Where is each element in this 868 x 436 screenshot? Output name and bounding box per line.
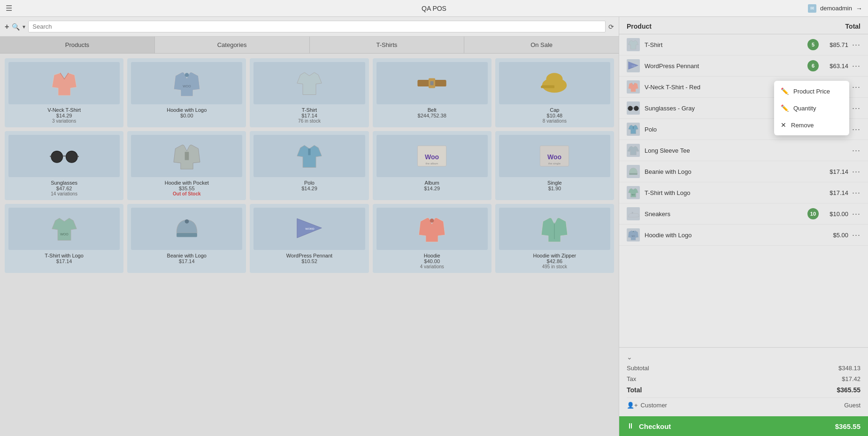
product-card[interactable]: Polo $14.29	[250, 131, 369, 200]
product-card[interactable]: Hoodie with Zipper $42.86 495 in stock	[495, 204, 614, 273]
cart-item-thumb	[627, 123, 640, 136]
tab-products[interactable]: Products	[0, 37, 155, 53]
product-name: Belt	[428, 107, 437, 113]
cart-item-thumb	[627, 101, 640, 115]
cart-footer-toggle[interactable]: ⌄	[627, 351, 860, 363]
product-card[interactable]: Cap $10.48 8 variations	[495, 58, 614, 127]
add-product-button[interactable]: +	[5, 23, 9, 31]
cart-footer: ⌄ Subtotal $348.13 Tax $17.42 Total $365…	[619, 347, 868, 416]
main-layout: + 🔍 ▾ ⟳ Products Categories T-Shirts On …	[0, 17, 868, 436]
cart-item-more-button[interactable]: ···	[852, 230, 860, 240]
checkout-amount: $365.55	[835, 422, 860, 430]
product-name: Polo	[304, 180, 315, 186]
product-name: WordPress Pennant	[286, 253, 332, 258]
hamburger-icon[interactable]: ☰	[6, 4, 12, 12]
svg-text:WOO: WOO	[632, 235, 636, 237]
product-meta: 3 variations	[52, 118, 76, 124]
subtotal-row: Subtotal $348.13	[627, 363, 860, 374]
product-thumb: WOO	[131, 62, 242, 104]
product-card[interactable]: WORD WordPress Pennant $10.52	[250, 204, 369, 273]
product-card[interactable]: Hoodie $40.00 4 variations	[373, 204, 492, 273]
tax-value: $17.42	[842, 375, 860, 382]
product-name: T-Shirt	[302, 107, 317, 113]
cart-item-name: Beanie with Logo	[645, 168, 807, 175]
cart-item-more-button[interactable]: ···	[852, 146, 860, 156]
logout-icon[interactable]: →	[856, 5, 862, 12]
cart-item-thumb: WOO	[627, 228, 640, 241]
total-row: Total $365.55	[627, 384, 860, 396]
tab-on-sale[interactable]: On Sale	[464, 37, 619, 53]
cart-item-price: $17.14	[822, 189, 848, 196]
cart-item-thumb	[627, 38, 640, 51]
username-label: demoadmin	[820, 5, 852, 12]
cart-item: WORD WordPress Pennant 6 $63.14 ···	[619, 55, 868, 77]
product-price: $17.14	[56, 258, 72, 264]
cart-item-price: $17.14	[822, 168, 848, 175]
cart-item-more-button[interactable]: ···	[852, 188, 860, 198]
cart-item-thumb: WOO	[627, 186, 640, 199]
customer-label[interactable]: 👤+ Customer	[627, 402, 667, 409]
product-name: Hoodie with Zipper	[533, 253, 576, 258]
product-meta: 4 variations	[420, 264, 444, 269]
search-chevron-icon[interactable]: ▾	[23, 23, 25, 30]
product-card[interactable]: Beanie with Logo $17.14	[127, 204, 246, 273]
checkout-bar[interactable]: ⏸ Checkout $365.55	[619, 416, 868, 436]
chevron-down-icon[interactable]: ⌄	[627, 353, 632, 361]
context-menu-quantity[interactable]: ✏️ Quantity	[774, 100, 849, 117]
cart-item-name: T-Shirt with Logo	[645, 189, 807, 196]
context-menu-product-price[interactable]: ✏️ Product Price	[774, 83, 849, 100]
right-panel: Product Total T-Shirt 5 $85.71 ··· WORD …	[619, 17, 868, 436]
product-card[interactable]: Hoodie with Pocket $35.55 Out of Stock	[127, 131, 246, 200]
product-price: $1.90	[548, 186, 561, 191]
search-bar: + 🔍 ▾ ⟳	[0, 17, 619, 37]
product-price: $0.00	[180, 113, 193, 118]
cart-item-more-button[interactable]: ···	[852, 103, 860, 113]
cart-item: Beanie with Logo $17.14 ···	[619, 161, 868, 182]
svg-rect-12	[184, 152, 189, 160]
tab-categories[interactable]: Categories	[155, 37, 310, 53]
cart-item-more-button[interactable]: ···	[852, 125, 860, 134]
product-card[interactable]: V-Neck T-Shirt $14.29 3 variations	[5, 58, 123, 127]
cart-item-more-button[interactable]: ···	[852, 40, 860, 50]
cart-item-more-button[interactable]: ···	[852, 61, 860, 71]
product-meta: 14 variations	[51, 191, 77, 196]
cart-item-more-button[interactable]: ···	[852, 82, 860, 92]
product-name: Beanie with Logo	[167, 253, 207, 258]
product-card[interactable]: Woothe single Single $1.90	[495, 131, 614, 200]
cart-item: WOO Hoodie with Logo $5.00 ···	[619, 225, 868, 246]
svg-text:the album: the album	[426, 162, 438, 165]
search-input[interactable]	[28, 21, 606, 32]
customer-label-text: Customer	[641, 402, 667, 409]
product-thumb	[376, 62, 488, 104]
svg-point-22	[184, 219, 189, 224]
product-card[interactable]: Woothe album Album $14.29	[373, 131, 492, 200]
context-menu-remove[interactable]: ✕ Remove	[774, 117, 849, 133]
checkout-left: ⏸ Checkout	[627, 422, 671, 430]
search-icon[interactable]: 🔍	[12, 23, 20, 31]
cart-item-name: WordPress Pennant	[645, 62, 807, 70]
product-thumb	[131, 135, 242, 177]
product-name: Cap	[550, 107, 559, 113]
cart-item-more-button[interactable]: ···	[852, 167, 860, 177]
svg-line-33	[638, 108, 639, 109]
pause-icon[interactable]: ⏸	[627, 422, 634, 430]
product-price: $35.55	[179, 186, 195, 191]
customer-value: Guest	[844, 402, 860, 409]
product-price: $10.52	[301, 258, 317, 264]
product-card[interactable]: Belt $244,752.38	[373, 58, 492, 127]
cart-item: T-Shirt 5 $85.71 ···	[619, 34, 868, 55]
cart-item: Sunglasses - Gray $47.00 ··· ✏️ Product …	[619, 98, 868, 119]
product-name: V-Neck T-Shirt	[47, 107, 81, 113]
product-price: $10.48	[547, 113, 563, 118]
cart-item-more-button[interactable]: ···	[852, 209, 860, 219]
product-card[interactable]: T-Shirt $17.14 76 in stock	[250, 58, 369, 127]
product-price: $40.00	[424, 258, 440, 264]
cart-item: Sneakers 10 $10.00 ···	[619, 203, 868, 225]
product-card[interactable]: Sunglasses $47.62 14 variations	[5, 131, 123, 200]
product-card[interactable]: WOO T-Shirt with Logo $17.14	[5, 204, 123, 273]
refresh-icon[interactable]: ⟳	[608, 23, 614, 31]
svg-text:the single: the single	[548, 162, 561, 165]
tab-tshirts[interactable]: T-Shirts	[310, 37, 465, 53]
product-card[interactable]: WOO Hoodie with Logo $0.00	[127, 58, 246, 127]
topbar: ☰ QA POS ✉ demoadmin →	[0, 0, 868, 17]
